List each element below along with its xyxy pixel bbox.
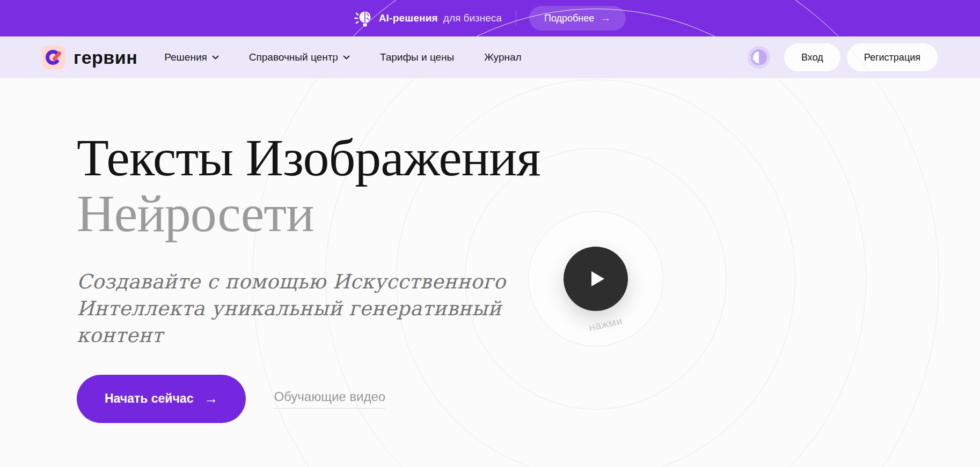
- nav-item-label: Справочный центр: [249, 51, 338, 63]
- play-icon: [591, 271, 604, 286]
- tutorial-videos-link[interactable]: Обучающие видео: [274, 389, 385, 409]
- subtitle-line: Интеллекта уникальный генеративный: [77, 295, 980, 322]
- nav-item-solutions[interactable]: Решения: [164, 51, 219, 63]
- subtitle-line: Создавайте с помощью Искусственного: [77, 269, 980, 295]
- logo[interactable]: гервин: [42, 46, 137, 69]
- logo-icon: [42, 46, 65, 69]
- page-title: Тексты Изображения Нейросети: [77, 130, 980, 242]
- nav-item-label: Решения: [164, 51, 207, 63]
- cta-row: Начать сейчас → Обучающие видео: [77, 375, 980, 423]
- play-button[interactable]: [564, 247, 628, 311]
- title-line-1: Тексты Изображения: [77, 129, 540, 187]
- arrow-right-icon: →: [204, 390, 218, 407]
- subtitle-line: контент: [77, 322, 980, 349]
- start-now-label: Начать сейчас: [105, 391, 193, 406]
- title-line-2: Нейросети: [77, 186, 980, 242]
- chevron-down-icon: [212, 55, 219, 60]
- hero-subtitle: Создавайте с помощью Искусственного Инте…: [77, 269, 980, 349]
- hero-section: Тексты Изображения Нейросети Создавайте …: [0, 78, 980, 467]
- logo-text: гервин: [74, 47, 137, 68]
- page: AI-решения для бизнеса Подробнее → герви…: [0, 0, 980, 467]
- start-now-button[interactable]: Начать сейчас →: [77, 375, 246, 423]
